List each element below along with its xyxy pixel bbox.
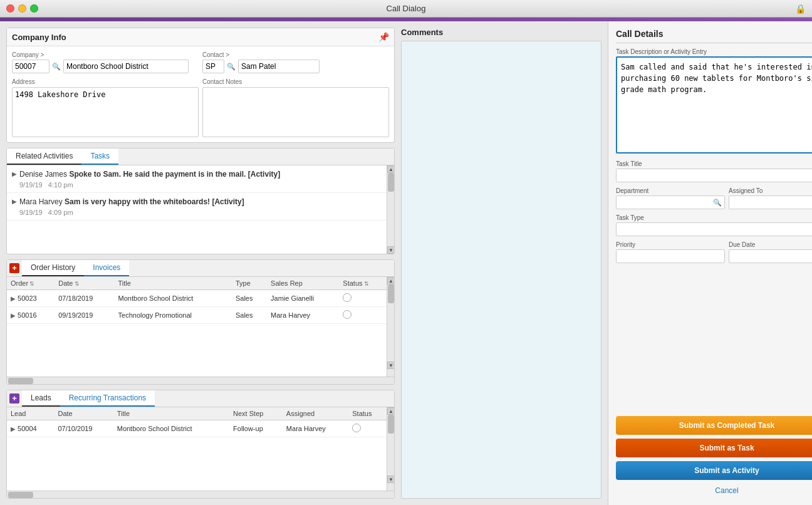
- contact-field-row: 🔍: [202, 60, 389, 73]
- order-rep-2: Mara Harvey: [267, 307, 339, 324]
- table-row: ▶ 50004 07/10/2019 Montboro School Distr…: [7, 420, 387, 437]
- lead-expand-1[interactable]: ▶ 50004: [7, 420, 54, 437]
- scroll-up-arrow[interactable]: ▲: [387, 165, 394, 173]
- order-h-scrollbar[interactable]: [7, 377, 394, 384]
- contact-name-input[interactable]: [238, 60, 320, 73]
- lead-assigned-1: Mara Harvey: [283, 420, 348, 437]
- activity-content-2: Mara Harvey Sam is very happy with the w…: [19, 197, 382, 216]
- activity-content-1: Denise James Spoke to Sam. He said the p…: [19, 169, 382, 189]
- contact-prefix-input[interactable]: [202, 60, 224, 73]
- company-id-input[interactable]: [12, 60, 49, 73]
- submit-completed-task-button[interactable]: Submit as Completed Task: [616, 416, 812, 435]
- assigned-to-input-wrapper: 🔍: [729, 195, 812, 209]
- scroll-thumb[interactable]: [388, 284, 394, 303]
- tab-recurring-transactions[interactable]: Recurring Transactions: [60, 390, 155, 407]
- list-item: ▶ Denise James Spoke to Sam. He said the…: [7, 165, 387, 193]
- lead-nextstep-1: Follow-up: [229, 420, 283, 437]
- tab-order-history[interactable]: Order History: [22, 260, 84, 276]
- col-lead-title: Title: [113, 407, 229, 420]
- order-expand-2[interactable]: ▶ 50016: [7, 307, 55, 324]
- due-date-group: Due Date: [729, 241, 812, 263]
- add-order-button[interactable]: +: [9, 263, 19, 273]
- close-button[interactable]: [6, 4, 14, 13]
- order-type-1: Sales: [232, 290, 267, 307]
- scroll-down-arrow[interactable]: ▼: [387, 362, 394, 369]
- department-input-wrapper: 🔍: [616, 195, 725, 209]
- tab-leads[interactable]: Leads: [22, 390, 60, 407]
- order-status-2: [339, 307, 387, 324]
- task-type-group: Task Type: [616, 214, 812, 236]
- leads-scroll-outer: Lead Date Title Next Step Assigned Statu…: [7, 407, 394, 491]
- priority-input[interactable]: [616, 249, 725, 263]
- col-next-step: Next Step: [229, 407, 283, 420]
- order-date-2: 09/19/2019: [55, 307, 114, 324]
- scroll-thumb[interactable]: [388, 173, 394, 192]
- activity-text-2: Mara Harvey Sam is very happy with the w…: [19, 197, 382, 207]
- assigned-to-input[interactable]: [732, 198, 812, 207]
- order-tab-header: + Order History Invoices: [7, 260, 394, 277]
- scroll-up-arrow[interactable]: ▲: [387, 407, 394, 415]
- col-lead-status: Status: [348, 407, 387, 420]
- scroll-up-arrow[interactable]: ▲: [387, 277, 394, 284]
- tab-invoices[interactable]: Invoices: [84, 260, 129, 276]
- company-label: Company >: [12, 51, 199, 58]
- activity-body-2: Sam is very happy with the whiteboards! …: [65, 197, 244, 206]
- titlebar: Call Dialog 🔒: [0, 0, 812, 18]
- col-sales-rep: Sales Rep: [267, 277, 339, 290]
- task-type-input[interactable]: [616, 222, 812, 236]
- submit-activity-button[interactable]: Submit as Activity: [616, 461, 812, 480]
- middle-panel: Comments: [401, 21, 608, 505]
- submit-task-button[interactable]: Submit as Task: [616, 439, 812, 457]
- col-status: Status⇅: [339, 277, 387, 290]
- maximize-button[interactable]: [30, 4, 38, 13]
- scroll-down-arrow[interactable]: ▼: [387, 246, 394, 254]
- order-scroll-outer: Order⇅ Date⇅ Title Type Sales Rep Status…: [7, 277, 394, 377]
- priority-label: Priority: [616, 241, 725, 248]
- address-textarea[interactable]: 1498 Lakeshore Drive: [12, 87, 199, 137]
- list-item: ▶ Mara Harvey Sam is very happy with the…: [7, 193, 387, 221]
- contact-notes-label: Contact Notes: [202, 78, 242, 85]
- order-type-2: Sales: [232, 307, 267, 324]
- h-scroll-thumb[interactable]: [8, 378, 33, 384]
- task-description-textarea[interactable]: Sam called and said that he's interested…: [616, 56, 812, 154]
- leads-table-content: Lead Date Title Next Step Assigned Statu…: [7, 407, 387, 491]
- activities-scrollbar[interactable]: ▲ ▼: [387, 165, 394, 254]
- scroll-down-arrow[interactable]: ▼: [387, 476, 394, 483]
- col-assigned: Assigned: [283, 407, 348, 420]
- pin-icon[interactable]: 📌: [378, 32, 389, 42]
- tab-related-activities[interactable]: Related Activities: [7, 148, 81, 165]
- comments-area[interactable]: [401, 41, 601, 499]
- department-input[interactable]: [619, 198, 713, 207]
- order-rep-1: Jamie Gianelli: [267, 290, 339, 307]
- activity-author-1: Denise James: [19, 170, 69, 179]
- order-status-1: [339, 290, 387, 307]
- add-lead-button[interactable]: +: [9, 393, 19, 403]
- assigned-to-group: Assigned To 🔍: [729, 187, 812, 209]
- task-title-input[interactable]: [616, 169, 812, 182]
- contact-search-icon[interactable]: 🔍: [227, 63, 236, 71]
- due-date-input[interactable]: [729, 249, 812, 263]
- h-scroll-thumb[interactable]: [8, 492, 33, 498]
- contact-notes-textarea[interactable]: [202, 87, 389, 137]
- scroll-thumb[interactable]: [388, 415, 394, 434]
- department-label: Department: [616, 187, 725, 194]
- tab-tasks[interactable]: Tasks: [81, 148, 118, 165]
- left-panel: Company Info 📌 Company > 🔍 Address 1498 …: [0, 21, 401, 505]
- leads-h-scrollbar[interactable]: [7, 491, 394, 498]
- address-label: Address: [12, 78, 35, 85]
- order-table-content: Order⇅ Date⇅ Title Type Sales Rep Status…: [7, 277, 387, 377]
- leads-scrollbar[interactable]: ▲ ▼: [387, 407, 394, 491]
- col-title: Title: [115, 277, 232, 290]
- order-scrollbar[interactable]: ▲ ▼: [387, 277, 394, 377]
- order-table: Order⇅ Date⇅ Title Type Sales Rep Status…: [7, 277, 387, 324]
- company-name-input[interactable]: [63, 60, 189, 73]
- department-search-icon[interactable]: 🔍: [713, 199, 722, 207]
- order-expand-1[interactable]: ▶ 50023: [7, 290, 55, 307]
- lead-status-1: [348, 420, 387, 437]
- chevron-right-icon: ▶: [12, 198, 17, 216]
- company-search-icon[interactable]: 🔍: [52, 63, 61, 71]
- minimize-button[interactable]: [18, 4, 26, 13]
- activity-text-1: Denise James Spoke to Sam. He said the p…: [19, 169, 382, 180]
- right-panel: Call Details Task Description or Activit…: [608, 21, 812, 505]
- cancel-button[interactable]: Cancel: [616, 484, 812, 497]
